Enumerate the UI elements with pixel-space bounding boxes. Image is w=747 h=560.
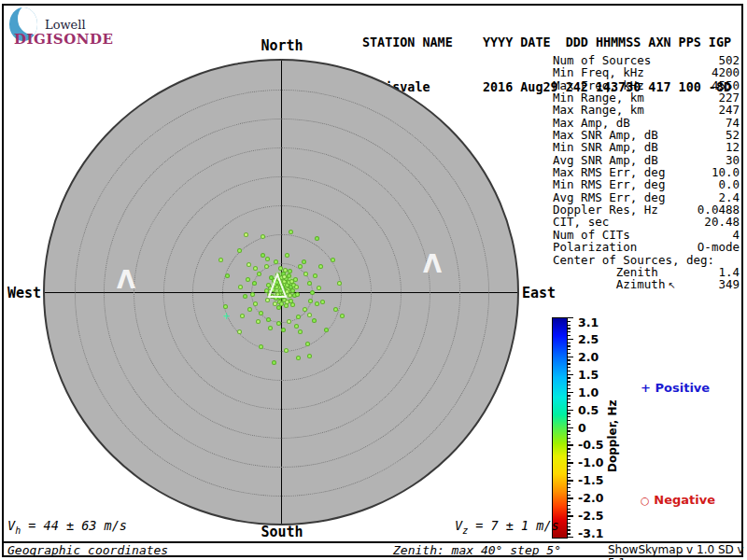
source-point <box>284 303 289 308</box>
minor-tick <box>567 448 571 449</box>
stat-value: 1.4 <box>718 266 740 278</box>
tick-label: -0.5 <box>578 438 603 452</box>
minor-tick <box>567 406 571 407</box>
source-point <box>294 324 299 329</box>
stat-label: Doppler Res, Hz <box>553 203 658 216</box>
stat-value: 4550 <box>712 79 740 91</box>
source-point <box>218 258 223 262</box>
stat-row: PolarizationO-mode <box>553 241 740 253</box>
major-tick <box>567 410 573 411</box>
minor-tick <box>567 434 571 435</box>
tick-label: 0.5 <box>578 402 599 416</box>
minor-tick <box>567 473 571 474</box>
major-tick <box>567 374 573 375</box>
source-point <box>318 264 323 269</box>
minor-tick <box>567 459 571 460</box>
major-tick <box>567 497 573 498</box>
source-point <box>305 342 310 346</box>
source-point <box>331 258 335 262</box>
source-point <box>276 305 281 310</box>
stat-row: Avg RMS Err, deg2.4 <box>553 191 740 203</box>
source-point <box>268 326 273 330</box>
stat-label: Center of Sources, deg: <box>553 254 714 266</box>
tick-label: 1.5 <box>578 367 599 381</box>
beam-marker-west-icon: Λ <box>117 268 135 292</box>
source-point <box>296 356 301 360</box>
legend-positive-label: Positive <box>655 381 711 395</box>
minor-tick <box>567 371 571 371</box>
tick-label: 3.1 <box>578 315 599 329</box>
source-point <box>289 230 293 234</box>
source-point <box>303 272 308 276</box>
source-point <box>307 281 312 286</box>
source-point <box>288 269 292 273</box>
legend-negative-label: Negative <box>654 493 715 507</box>
source-point <box>250 292 255 297</box>
tick-label: 1.0 <box>578 385 599 399</box>
stat-row: Min SNR Amp, dB12 <box>553 141 740 153</box>
source-point <box>223 304 228 309</box>
major-tick <box>567 427 573 428</box>
source-point <box>266 317 271 322</box>
source-point <box>307 354 312 358</box>
source-point <box>298 264 303 269</box>
tick-label: 2.5 <box>578 331 599 345</box>
tick-label: -2.0 <box>578 491 603 505</box>
stat-value: 4200 <box>712 66 740 78</box>
tick-label: -1.5 <box>578 473 603 487</box>
stat-label: Polarization <box>553 241 637 253</box>
stat-label: Num of CITs <box>553 229 630 241</box>
minor-tick <box>567 452 571 453</box>
minor-tick <box>567 509 571 510</box>
source-point <box>243 294 247 299</box>
plus-marker-icon: + <box>641 381 651 395</box>
source-point <box>284 348 289 353</box>
logo-brand-top: Lowell <box>45 18 86 32</box>
stat-row: Max Range, km247 <box>553 104 740 116</box>
source-point <box>253 301 258 306</box>
minor-tick <box>567 438 571 439</box>
minor-tick <box>567 487 571 488</box>
stat-value: 502 <box>718 54 740 66</box>
source-point <box>308 299 313 303</box>
minor-tick <box>567 331 571 332</box>
tick-label: -1.0 <box>578 455 603 469</box>
colorbar-ticks <box>567 317 578 539</box>
source-point <box>276 321 281 326</box>
stat-label: Avg RMS Err, deg <box>553 191 665 203</box>
minor-tick <box>567 321 571 322</box>
vz-value: = 7 ± 1 m/s <box>468 518 559 533</box>
source-point <box>264 264 269 269</box>
minor-tick <box>567 533 571 534</box>
stat-row: Max Amp, dB74 <box>553 117 740 129</box>
station-header-labels: STATION NAME YYYY DATE DDD HHMMSS AXN PP… <box>362 35 731 50</box>
stat-value: 10.0 <box>712 166 740 178</box>
stat-row: Max RMS Err, deg10.0 <box>553 166 740 178</box>
source-point <box>225 273 230 278</box>
minor-tick <box>567 388 571 389</box>
compass-east-label: East <box>522 285 578 301</box>
legend-positive: + Positive <box>624 367 710 409</box>
source-point <box>259 311 263 315</box>
source-point <box>333 307 338 312</box>
source-point <box>272 360 276 365</box>
logo-brand-bottom: DIGISONDE <box>14 31 113 48</box>
source-point <box>303 307 307 312</box>
skymap-plot: Λ Λ + <box>43 59 519 525</box>
source-point <box>274 259 278 264</box>
source-point <box>290 302 295 307</box>
source-point <box>247 307 252 312</box>
stat-row: Doppler Res, Hz0.0488 <box>553 203 740 216</box>
source-point <box>283 268 288 273</box>
source-point <box>302 259 306 264</box>
stat-label: Num of Sources <box>553 54 651 66</box>
major-tick <box>567 537 573 538</box>
minor-tick <box>567 523 571 524</box>
legend-negative: ○ Negative <box>624 479 715 521</box>
source-point <box>257 272 261 276</box>
stat-value: 2.4 <box>718 191 740 203</box>
source-point <box>265 257 270 261</box>
minor-tick <box>567 328 571 329</box>
minor-tick <box>567 495 571 496</box>
minor-tick <box>567 430 571 431</box>
